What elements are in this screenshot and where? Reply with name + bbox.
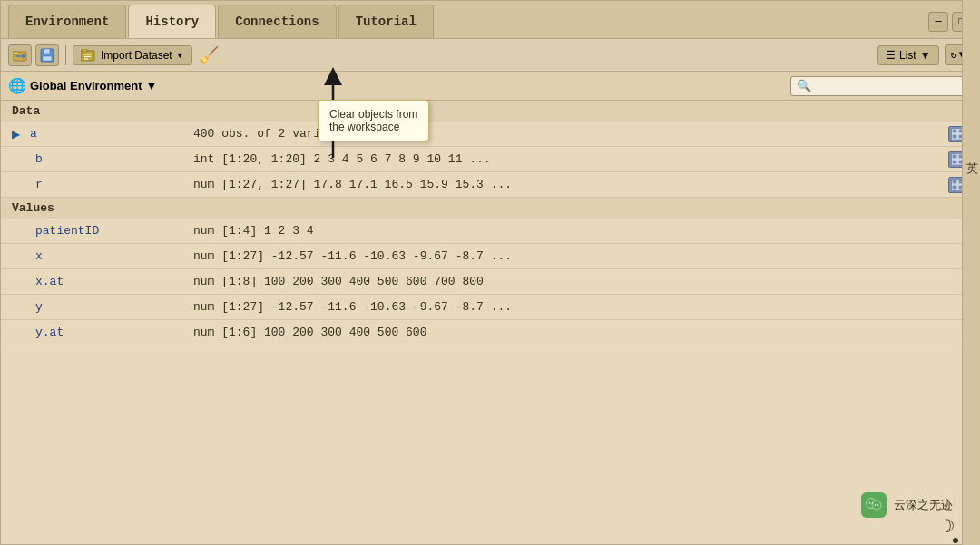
env-dropdown-arrow[interactable]: ▼	[146, 79, 158, 92]
watermark-text: 云深之无迹	[894, 497, 953, 513]
open-folder-button[interactable]	[8, 44, 32, 66]
main-panel: Environment History Connections Tutorial…	[0, 0, 980, 545]
env-bar: 🌐 Global Environment ▼ 🔍	[1, 72, 979, 101]
row-a: ▶ a 400 obs. of 2 variables	[1, 122, 979, 147]
row-xat-name: x.at	[12, 275, 193, 288]
toolbar-right: ☰ List ▼ ↻ ▼	[877, 44, 972, 65]
import-dropdown-arrow[interactable]: ▼	[176, 51, 184, 60]
svg-rect-3	[44, 49, 50, 54]
row-yat: y.at num [1:6] 100 200 300 400 500 600	[1, 320, 979, 345]
search-input[interactable]	[811, 80, 965, 92]
svg-point-26	[872, 502, 874, 504]
svg-rect-14	[952, 154, 957, 159]
row-b-value: int [1:20, 1:20] 2 3 4 5 6 7 8 9 10 11 .…	[193, 152, 948, 166]
watermark: 云深之无迹	[861, 492, 953, 518]
search-box[interactable]: 🔍	[790, 76, 972, 96]
tab-connections[interactable]: Connections	[218, 5, 336, 38]
svg-point-24	[872, 501, 881, 510]
row-x-value: num [1:27] -12.57 -11.6 -10.63 -9.67 -8.…	[193, 249, 968, 263]
minimize-button[interactable]: ─	[928, 12, 948, 32]
toolbar: Import Dataset ▼ 🧹 ☰ List ▼ ↻ ▼	[1, 39, 979, 72]
row-yat-name: y.at	[12, 326, 193, 339]
tooltip-container: Clear objects from the workspace	[318, 100, 429, 141]
list-view-button[interactable]: ☰ List ▼	[877, 45, 939, 65]
sidebar-text-en[interactable]: 英	[964, 7, 980, 152]
content-area: Data ▶ a 400 obs. of 2 variables b	[1, 101, 979, 544]
svg-rect-18	[952, 180, 957, 184]
svg-point-28	[877, 504, 879, 506]
row-r: r num [1:27, 1:27] 17.8 17.1 16.5 15.9 1…	[1, 172, 979, 198]
environment-selector[interactable]: 🌐 Global Environment ▼	[8, 77, 157, 94]
row-a-value: 400 obs. of 2 variables	[193, 127, 948, 141]
values-section-header: Values	[1, 198, 979, 219]
svg-rect-1	[13, 52, 19, 54]
wechat-icon	[861, 492, 887, 518]
row-y: y num [1:27] -12.57 -11.6 -10.63 -9.67 -…	[1, 295, 979, 320]
tab-bar: Environment History Connections Tutorial…	[1, 1, 979, 39]
row-x: x num [1:27] -12.57 -11.6 -10.63 -9.67 -…	[1, 244, 979, 269]
tab-tutorial[interactable]: Tutorial	[338, 5, 434, 38]
tab-environment[interactable]: Environment	[8, 5, 126, 38]
row-y-name: y	[12, 300, 193, 314]
row-a-name: ▶ a	[12, 127, 193, 141]
moon-icon: ☽	[944, 515, 955, 538]
row-yat-value: num [1:6] 100 200 300 400 500 600	[193, 326, 968, 339]
svg-point-27	[875, 504, 877, 506]
data-section-header: Data	[1, 101, 979, 122]
svg-rect-20	[952, 185, 957, 190]
row-patientid: patientID num [1:4] 1 2 3 4	[1, 219, 979, 244]
svg-rect-16	[952, 160, 957, 164]
list-dropdown-arrow[interactable]: ▼	[920, 49, 931, 62]
separator-1	[65, 45, 66, 65]
row-r-value: num [1:27, 1:27] 17.8 17.1 16.5 15.9 15.…	[193, 178, 948, 191]
svg-rect-4	[43, 56, 52, 61]
row-patientid-value: num [1:4] 1 2 3 4	[193, 224, 968, 238]
right-sidebar: 英	[962, 0, 980, 545]
tab-history[interactable]: History	[128, 5, 216, 38]
row-y-value: num [1:27] -12.57 -11.6 -10.63 -9.67 -8.…	[193, 300, 968, 314]
search-icon: 🔍	[797, 79, 811, 93]
clear-workspace-button[interactable]: 🧹	[196, 44, 221, 66]
svg-point-25	[869, 502, 871, 504]
row-patientid-name: patientID	[12, 224, 193, 238]
dot-icon	[953, 538, 958, 543]
row-b-name: b	[12, 152, 193, 166]
play-a-button[interactable]: ▶	[12, 128, 24, 141]
row-r-name: r	[12, 178, 193, 191]
svg-rect-6	[82, 49, 87, 52]
save-button[interactable]	[35, 44, 59, 66]
svg-rect-10	[952, 129, 957, 133]
svg-rect-12	[952, 134, 957, 139]
row-x-name: x	[12, 249, 193, 263]
import-dataset-button[interactable]: Import Dataset ▼	[73, 45, 192, 65]
row-xat-value: num [1:8] 100 200 300 400 500 600 700 80…	[193, 275, 968, 288]
tooltip-box: Clear objects from the workspace	[318, 100, 429, 141]
row-xat: x.at num [1:8] 100 200 300 400 500 600 7…	[1, 269, 979, 295]
row-b: b int [1:20, 1:20] 2 3 4 5 6 7 8 9 10 11…	[1, 147, 979, 172]
